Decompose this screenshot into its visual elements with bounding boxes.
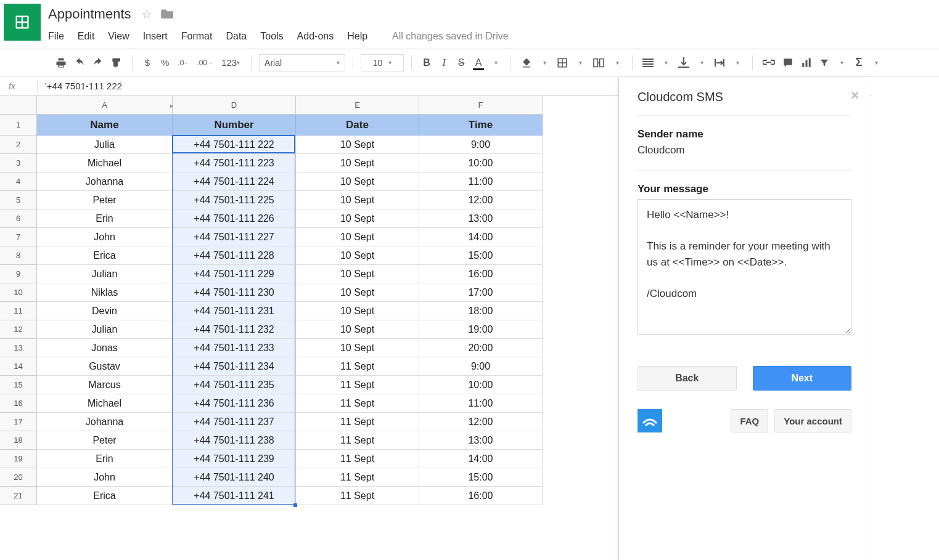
cell[interactable]: 11 Sept [296, 450, 419, 468]
cell[interactable]: 16:00 [419, 487, 543, 505]
cell[interactable]: John [37, 228, 173, 246]
paint-format-icon[interactable] [109, 54, 125, 71]
faq-button[interactable]: FAQ [731, 409, 768, 432]
column-header-e[interactable]: E [296, 96, 419, 115]
cell[interactable]: Erica [37, 246, 173, 265]
number-format-button[interactable]: 123 ▾ [218, 54, 244, 71]
menu-view[interactable]: View [108, 31, 129, 42]
cell[interactable]: +44 7501-111 225 [173, 191, 296, 209]
cell[interactable]: +44 7501-111 236 [173, 394, 296, 413]
cell[interactable]: 10 Sept [296, 320, 419, 339]
menu-tools[interactable]: Tools [260, 31, 283, 42]
cell[interactable]: 11 Sept [296, 357, 419, 376]
cell[interactable]: Michael [37, 154, 173, 172]
cell[interactable]: 10 Sept [296, 154, 419, 172]
cell[interactable]: 9:00 [419, 357, 543, 376]
borders-dropdown[interactable]: ▾ [573, 54, 588, 71]
column-header-f[interactable]: F [419, 96, 543, 115]
cell[interactable]: 10:00 [419, 154, 543, 172]
header-cell[interactable]: Name [37, 115, 173, 136]
functions-icon[interactable]: Σ [851, 54, 866, 71]
cell[interactable]: 10 Sept [296, 265, 419, 283]
italic-button[interactable]: I [437, 54, 451, 71]
message-textarea[interactable]: Hello <<Name>>! This is a reminder for y… [638, 199, 851, 335]
row-header[interactable]: 19 [0, 450, 37, 468]
cell[interactable]: Erica [37, 487, 173, 505]
menu-edit[interactable]: Edit [78, 31, 95, 42]
merge-cells-button[interactable] [590, 54, 607, 71]
increase-decimal-button[interactable]: .00→ [194, 54, 215, 71]
cell[interactable]: 16:00 [419, 265, 543, 283]
cell[interactable]: 17:00 [419, 283, 543, 302]
cell[interactable]: 11 Sept [296, 376, 419, 394]
insert-chart-icon[interactable] [798, 54, 814, 71]
menu-help[interactable]: Help [347, 31, 367, 42]
cell[interactable]: 11 Sept [296, 468, 419, 487]
format-currency-button[interactable]: $ [140, 54, 155, 71]
decrease-decimal-button[interactable]: .0← [175, 54, 192, 71]
text-wrap-button[interactable] [711, 54, 728, 71]
row-header[interactable]: 10 [0, 283, 37, 302]
cell[interactable]: 18:00 [419, 302, 543, 320]
header-cell[interactable]: Time [419, 115, 543, 136]
cell[interactable]: Gustav [37, 357, 173, 376]
cell[interactable]: +44 7501-111 238 [173, 431, 296, 450]
fill-color-button[interactable] [519, 54, 535, 71]
cell[interactable]: 13:00 [419, 431, 543, 450]
cell[interactable]: Julian [37, 320, 173, 339]
menu-insert[interactable]: Insert [143, 31, 168, 42]
cell[interactable]: 14:00 [419, 450, 543, 468]
merge-cells-dropdown[interactable]: ▾ [610, 54, 625, 71]
cell[interactable]: 13:00 [419, 209, 543, 228]
text-color-dropdown[interactable]: ▾ [488, 54, 503, 71]
strikethrough-button[interactable]: S [454, 54, 469, 71]
vertical-align-dropdown[interactable]: ▾ [694, 54, 709, 71]
cell[interactable]: 19:00 [419, 320, 543, 339]
folder-icon[interactable] [161, 7, 174, 22]
format-percent-button[interactable]: % [157, 54, 173, 71]
cell[interactable]: 10 Sept [296, 136, 419, 154]
row-header[interactable]: 15 [0, 376, 37, 394]
cell[interactable]: +44 7501-111 241 [173, 487, 296, 505]
insert-comment-icon[interactable] [780, 54, 796, 71]
cell[interactable]: 10 Sept [296, 283, 419, 302]
cell[interactable]: 11:00 [419, 172, 543, 191]
row-header[interactable]: 8 [0, 246, 37, 265]
row-header[interactable]: 16 [0, 394, 37, 413]
bold-button[interactable]: B [419, 54, 434, 71]
cell[interactable]: 10 Sept [296, 228, 419, 246]
cell[interactable]: +44 7501-111 230 [173, 283, 296, 302]
cell[interactable]: 11 Sept [296, 431, 419, 450]
cell[interactable]: Jonas [37, 339, 173, 357]
cell[interactable]: Johanna [37, 413, 173, 431]
cell[interactable]: 11:00 [419, 394, 543, 413]
cell[interactable]: +44 7501-111 224 [173, 172, 296, 191]
column-header-d[interactable]: ▸ D [173, 96, 296, 115]
cell[interactable]: 11 Sept [296, 413, 419, 431]
cell[interactable]: Devin [37, 302, 173, 320]
cell[interactable]: 12:00 [419, 413, 543, 431]
row-header[interactable]: 11 [0, 302, 37, 320]
cell[interactable]: 10 Sept [296, 172, 419, 191]
header-cell[interactable]: Number [173, 115, 296, 136]
close-icon[interactable]: × [851, 87, 859, 103]
select-all-corner[interactable] [0, 96, 37, 115]
cell[interactable]: +44 7501-111 227 [173, 228, 296, 246]
star-icon[interactable]: ☆ [141, 7, 152, 22]
cell[interactable]: Julia [37, 136, 173, 154]
row-header[interactable]: 12 [0, 320, 37, 339]
cell[interactable]: 15:00 [419, 246, 543, 265]
cell[interactable]: Johanna [37, 172, 173, 191]
filter-icon[interactable] [817, 54, 832, 71]
horizontal-align-button[interactable] [640, 54, 656, 71]
undo-icon[interactable] [72, 54, 88, 71]
cell[interactable]: +44 7501-111 235 [173, 376, 296, 394]
font-family-select[interactable]: Arial▾ [259, 54, 345, 71]
print-icon[interactable] [53, 54, 69, 71]
row-header[interactable]: 17 [0, 413, 37, 431]
cell[interactable]: +44 7501-111 231 [173, 302, 296, 320]
cell[interactable]: +44 7501-111 232 [173, 320, 296, 339]
vertical-align-button[interactable] [676, 54, 692, 71]
row-header[interactable]: 3 [0, 154, 37, 172]
cell[interactable]: +44 7501-111 229 [173, 265, 296, 283]
